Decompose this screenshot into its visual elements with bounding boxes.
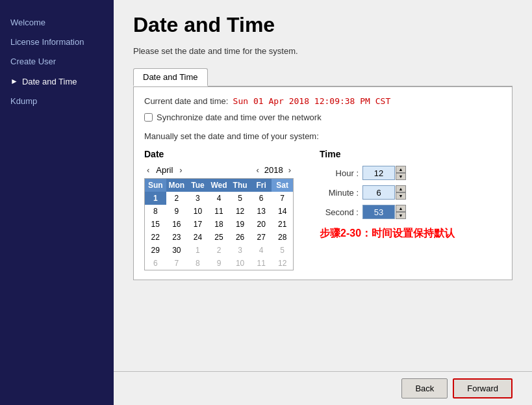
back-button[interactable]: Back bbox=[401, 378, 448, 398]
hour-down-button[interactable]: ▼ bbox=[396, 173, 406, 180]
cal-cell[interactable]: 25 bbox=[209, 231, 230, 244]
cal-cell[interactable]: 2 bbox=[166, 192, 188, 205]
cal-cell[interactable]: 6 bbox=[251, 192, 272, 205]
hour-up-button[interactable]: ▲ bbox=[396, 166, 406, 173]
minute-up-button[interactable]: ▲ bbox=[396, 185, 406, 192]
cal-cell[interactable]: 3 bbox=[187, 192, 209, 205]
cal-cell[interactable]: 17 bbox=[187, 218, 209, 231]
month-nav: ‹ April › bbox=[144, 164, 185, 176]
date-time-row: Date ‹ April › ‹ 2018 › bbox=[144, 149, 501, 270]
second-up-button[interactable]: ▲ bbox=[396, 205, 406, 212]
calendar-month: April bbox=[156, 165, 173, 175]
cal-cell[interactable]: 13 bbox=[251, 205, 272, 218]
cal-cell[interactable]: 19 bbox=[229, 218, 251, 231]
calendar-grid: Sun Mon Tue Wed Thu Fri Sat 1 bbox=[144, 178, 294, 270]
cal-cell[interactable]: 2 bbox=[209, 244, 230, 257]
minute-down-button[interactable]: ▼ bbox=[396, 192, 406, 200]
footer: Back Forward bbox=[114, 371, 532, 405]
header-mon: Mon bbox=[166, 179, 188, 192]
sync-label: Synchronize date and time over the netwo… bbox=[157, 112, 322, 122]
cal-cell[interactable]: 20 bbox=[251, 218, 272, 231]
cal-cell[interactable]: 3 bbox=[229, 244, 251, 257]
second-label: Second : bbox=[320, 207, 359, 217]
hour-label: Hour : bbox=[320, 168, 359, 178]
annotation: 步骤2-30：时间设置保持默认 bbox=[320, 227, 455, 241]
second-input[interactable] bbox=[362, 205, 395, 219]
date-section-label: Date bbox=[144, 149, 294, 159]
hour-input[interactable] bbox=[362, 166, 395, 180]
cal-cell[interactable]: 7 bbox=[166, 257, 188, 270]
cal-cell[interactable]: 8 bbox=[145, 205, 166, 218]
subtitle: Please set the date and time for the sys… bbox=[133, 46, 513, 56]
prev-month-button[interactable]: ‹ bbox=[144, 164, 152, 176]
cal-cell[interactable]: 4 bbox=[209, 192, 230, 205]
sync-checkbox[interactable] bbox=[144, 113, 153, 122]
tab-panel: Date and Time Current date and time: Sun… bbox=[133, 68, 513, 280]
time-section-label: Time bbox=[320, 149, 455, 159]
sidebar-item-date-time[interactable]: ► Date and Time bbox=[0, 72, 114, 92]
cal-cell[interactable]: 12 bbox=[229, 205, 251, 218]
sidebar-item-welcome[interactable]: Welcome bbox=[0, 13, 114, 33]
calendar-section: Date ‹ April › ‹ 2018 › bbox=[144, 149, 294, 270]
cal-cell[interactable]: 15 bbox=[145, 218, 166, 231]
cal-cell[interactable]: 4 bbox=[251, 244, 272, 257]
cal-cell[interactable]: 27 bbox=[251, 231, 272, 244]
tab-date-time[interactable]: Date and Time bbox=[133, 68, 208, 86]
cal-row-4: 22 23 24 25 26 27 28 bbox=[145, 231, 293, 244]
cal-cell[interactable]: 21 bbox=[272, 218, 293, 231]
cal-cell[interactable]: 7 bbox=[272, 192, 293, 205]
cal-row-2: 8 9 10 11 12 13 14 bbox=[145, 205, 293, 218]
tab-bar: Date and Time bbox=[133, 68, 513, 87]
cal-cell[interactable]: 5 bbox=[229, 192, 251, 205]
cal-cell[interactable]: 1 bbox=[187, 244, 209, 257]
forward-button[interactable]: Forward bbox=[453, 378, 513, 398]
header-fri: Fri bbox=[251, 179, 272, 192]
minute-input-wrapper: ▲ ▼ bbox=[362, 185, 406, 200]
next-month-button[interactable]: › bbox=[177, 164, 184, 176]
cal-cell[interactable]: 5 bbox=[272, 244, 293, 257]
header-sun: Sun bbox=[145, 179, 166, 192]
cal-row-6: 6 7 8 9 10 11 12 bbox=[145, 257, 293, 270]
cal-cell[interactable]: 16 bbox=[166, 218, 188, 231]
cal-cell[interactable]: 11 bbox=[209, 205, 230, 218]
calendar-nav: ‹ April › ‹ 2018 › bbox=[144, 164, 294, 176]
cal-cell[interactable]: 14 bbox=[272, 205, 293, 218]
minute-input[interactable] bbox=[362, 185, 395, 200]
cal-row-1: 1 2 3 4 5 6 7 bbox=[145, 192, 293, 205]
minute-label: Minute : bbox=[320, 188, 359, 198]
sidebar-item-license[interactable]: License Information bbox=[0, 33, 114, 52]
year-nav: ‹ 2018 › bbox=[253, 164, 294, 176]
cal-cell[interactable]: 10 bbox=[187, 205, 209, 218]
cal-cell[interactable]: 23 bbox=[166, 231, 188, 244]
main-panel: Date and Time Please set the date and ti… bbox=[114, 0, 532, 405]
minute-row: Minute : ▲ ▼ bbox=[320, 185, 455, 200]
cal-cell[interactable]: 9 bbox=[166, 205, 188, 218]
cal-cell[interactable]: 18 bbox=[209, 218, 230, 231]
prev-year-button[interactable]: ‹ bbox=[253, 164, 261, 176]
cal-cell[interactable]: 24 bbox=[187, 231, 209, 244]
hour-row: Hour : ▲ ▼ bbox=[320, 166, 455, 180]
cal-row-5: 29 30 1 2 3 4 5 bbox=[145, 244, 293, 257]
second-spinbutton: ▲ ▼ bbox=[396, 205, 406, 219]
second-input-wrapper: ▲ ▼ bbox=[362, 205, 406, 219]
cal-cell[interactable]: 22 bbox=[145, 231, 166, 244]
sidebar-item-create-user[interactable]: Create User bbox=[0, 52, 114, 72]
cal-cell[interactable]: 8 bbox=[187, 257, 209, 270]
cal-cell[interactable]: 10 bbox=[229, 257, 251, 270]
second-row: Second : ▲ ▼ bbox=[320, 205, 455, 219]
sidebar-item-kdump[interactable]: Kdump bbox=[0, 92, 114, 111]
cal-cell[interactable]: 6 bbox=[145, 257, 166, 270]
cal-cell[interactable]: 26 bbox=[229, 231, 251, 244]
next-year-button[interactable]: › bbox=[286, 164, 294, 176]
cal-cell[interactable]: 1 bbox=[145, 192, 166, 205]
second-down-button[interactable]: ▼ bbox=[396, 212, 406, 219]
hour-input-wrapper: ▲ ▼ bbox=[362, 166, 406, 180]
cal-row-3: 15 16 17 18 19 20 21 bbox=[145, 218, 293, 231]
cal-cell[interactable]: 29 bbox=[145, 244, 166, 257]
cal-cell[interactable]: 11 bbox=[251, 257, 272, 270]
current-datetime-prefix: Current date and time: bbox=[144, 96, 228, 106]
cal-cell[interactable]: 9 bbox=[209, 257, 230, 270]
cal-cell[interactable]: 12 bbox=[272, 257, 293, 270]
cal-cell[interactable]: 28 bbox=[272, 231, 293, 244]
cal-cell[interactable]: 30 bbox=[166, 244, 188, 257]
